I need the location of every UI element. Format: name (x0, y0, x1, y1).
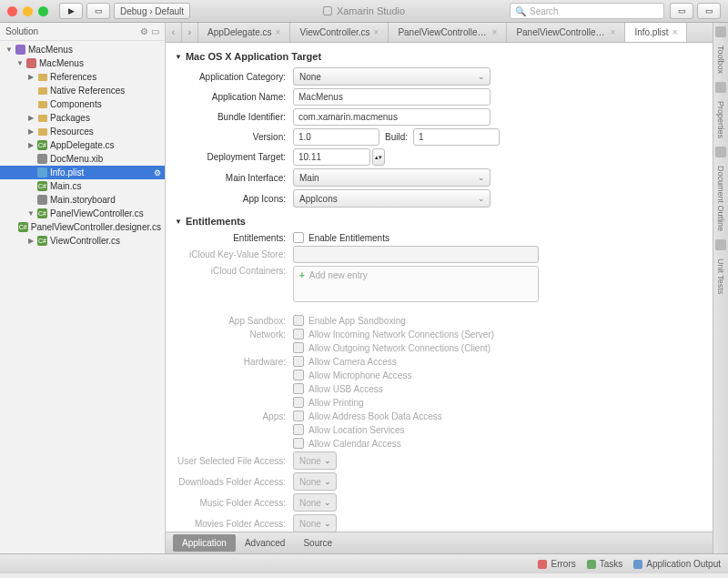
rail-outline[interactable]: Document Outline (715, 160, 726, 237)
editor-tab[interactable]: Info.plist× (625, 23, 687, 42)
close-icon[interactable]: × (374, 27, 379, 37)
status-errors[interactable]: Errors (538, 559, 575, 569)
bottom-tab-advanced[interactable]: Advanced (236, 534, 294, 552)
check-enable-entitlements[interactable]: Enable Entitlements (293, 232, 389, 243)
close-icon[interactable]: × (276, 27, 281, 37)
tree-item-label: Native References (50, 86, 125, 96)
label-app-icons: App Icons: (175, 194, 293, 204)
titlebar: ▶ ▭ Debug › Default Xamarin Studio 🔍 Sea… (0, 0, 728, 23)
maximize-window-button[interactable] (38, 6, 48, 16)
check-camera: Allow Camera Access (293, 356, 397, 367)
properties-icon[interactable] (715, 82, 726, 93)
tab-label: PanelViewController.designer... (516, 27, 606, 37)
target-device-button[interactable]: ▭ (86, 3, 110, 19)
close-icon[interactable]: × (672, 27, 678, 37)
xib-icon (37, 195, 47, 205)
disclosure-icon: ▶ (27, 237, 35, 245)
tab-nav-forward[interactable]: › (182, 23, 198, 42)
close-icon[interactable]: × (611, 27, 616, 37)
close-window-button[interactable] (7, 6, 17, 16)
folder-icon (37, 86, 47, 96)
editor-tab[interactable]: PanelViewController.cs× (389, 23, 507, 42)
select-app-icons[interactable]: AppIcons (293, 189, 490, 208)
toolbox-icon[interactable] (715, 26, 726, 37)
editor-tab[interactable]: PanelViewController.designer...× (507, 23, 625, 42)
tree-item[interactable]: ▼MacMenus (0, 43, 165, 56)
input-app-name[interactable] (293, 88, 490, 106)
input-build[interactable] (413, 128, 500, 146)
gear-icon[interactable]: ⚙ (154, 168, 161, 177)
tree-item[interactable]: Info.plist⚙ (0, 166, 165, 179)
check-location: Allow Location Services (293, 424, 405, 435)
label-movies: Movies Folder Access: (175, 519, 293, 529)
section-app-target[interactable]: ▼Mac OS X Application Target (175, 48, 703, 65)
input-bundle-id[interactable] (293, 108, 490, 126)
tree-item[interactable]: ▶Packages (0, 111, 165, 125)
tree-item[interactable]: Components (0, 97, 165, 111)
error-icon (538, 560, 547, 569)
label-main-interface: Main Interface: (175, 173, 293, 183)
input-icloud-kv (293, 246, 539, 263)
tree-item-label: Main.storyboard (50, 195, 116, 205)
disclosure-icon: ▶ (27, 73, 35, 81)
tree-item[interactable]: ▼MacMenus (0, 56, 165, 70)
select-music: None (293, 493, 337, 512)
folder-icon (37, 72, 47, 82)
select-app-category[interactable]: None (293, 67, 490, 86)
label-user-files: User Selected File Access: (175, 456, 293, 466)
tree-item-label: MacMenus (39, 58, 84, 68)
tree-item[interactable]: C#PanelViewController.designer.cs (0, 220, 165, 234)
solution-tree[interactable]: ▼MacMenus▼MacMenus▶ReferencesNative Refe… (0, 41, 165, 553)
status-tasks[interactable]: Tasks (587, 559, 623, 569)
solution-sidebar: Solution ⚙ ▭ ▼MacMenus▼MacMenus▶Referenc… (0, 23, 166, 553)
label-hardware: Hardware: (175, 357, 293, 367)
tests-icon[interactable] (715, 239, 726, 250)
tree-item[interactable]: Native References (0, 84, 165, 97)
tree-item[interactable]: ▼C#PanelViewController.cs (0, 207, 165, 220)
tree-item[interactable]: C#Main.cs (0, 179, 165, 193)
rail-properties[interactable]: Properties (715, 96, 726, 144)
label-app-category: Application Category: (175, 72, 293, 82)
disclosure-icon: ▶ (27, 127, 35, 136)
tree-item[interactable]: Main.storyboard (0, 193, 165, 207)
outline-icon[interactable] (715, 147, 726, 157)
tab-label: PanelViewController.cs (398, 27, 488, 37)
deploy-target-stepper[interactable]: ▴▾ (372, 148, 385, 166)
window-controls (7, 6, 48, 16)
folder-icon (37, 113, 47, 123)
close-icon[interactable]: × (492, 27, 498, 37)
tree-item[interactable]: ▶References (0, 70, 165, 84)
label-build: Build: (379, 132, 413, 142)
toolbar-button-a[interactable]: ▭ (670, 3, 693, 19)
bottom-tab-application[interactable]: Application (173, 534, 236, 552)
section-entitlements[interactable]: ▼Entitlements (175, 213, 703, 229)
add-icon[interactable]: + (299, 270, 305, 280)
input-deploy-target[interactable] (293, 148, 370, 166)
config-dropdown[interactable]: Debug › Default (114, 3, 190, 19)
bottom-tab-source[interactable]: Source (294, 534, 341, 552)
tab-nav-back[interactable]: ‹ (166, 23, 182, 42)
tree-item-label: References (50, 72, 96, 82)
editor-tab[interactable]: ViewController.cs× (290, 23, 389, 42)
run-button[interactable]: ▶ (59, 3, 83, 19)
input-version[interactable] (293, 128, 379, 146)
tree-item[interactable]: DocMenu.xib (0, 152, 165, 166)
tab-bar: ‹ › AppDelegate.cs×ViewController.cs×Pan… (166, 23, 713, 43)
minimize-window-button[interactable] (23, 6, 33, 16)
label-icloud-containers: iCloud Containers: (175, 266, 293, 276)
tree-item[interactable]: ▶C#AppDelegate.cs (0, 138, 165, 152)
rail-tests[interactable]: Unit Tests (715, 253, 726, 299)
output-icon (633, 560, 642, 569)
rail-toolbox[interactable]: Toolbox (715, 40, 726, 79)
tree-item[interactable]: ▶Resources (0, 125, 165, 138)
search-input[interactable]: 🔍 Search (510, 3, 664, 19)
app-title: Xamarin Studio (323, 5, 405, 16)
tree-item[interactable]: ▶C#ViewController.cs (0, 234, 165, 248)
status-output[interactable]: Application Output (633, 559, 721, 569)
select-main-interface[interactable]: Main (293, 168, 490, 187)
disclosure-icon: ▼ (5, 46, 13, 54)
toolbar-button-b[interactable]: ▭ (697, 3, 721, 19)
sidebar-options-icon[interactable]: ⚙ ▭ (140, 26, 159, 36)
tab-label: ViewController.cs (299, 27, 369, 37)
editor-tab[interactable]: AppDelegate.cs× (198, 23, 290, 42)
